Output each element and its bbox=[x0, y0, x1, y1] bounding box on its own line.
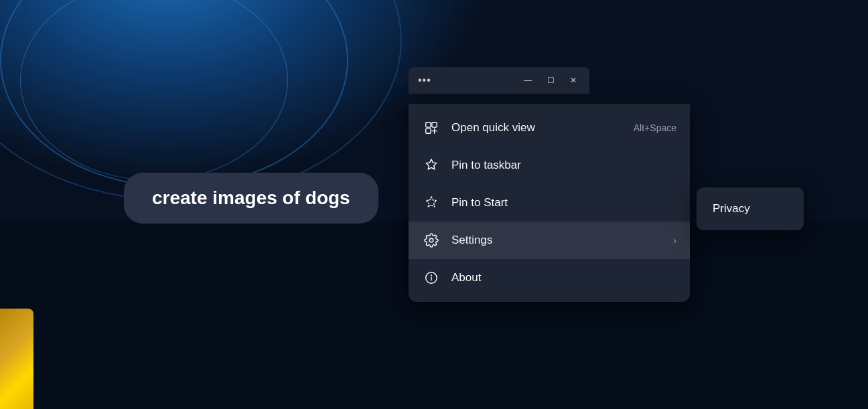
bottom-image-thumbnail bbox=[0, 309, 33, 409]
titlebar-controls: — ☐ ✕ bbox=[521, 74, 580, 87]
about-icon bbox=[422, 268, 441, 287]
quick-view-icon bbox=[422, 118, 441, 137]
settings-icon bbox=[422, 231, 441, 250]
menu-label-pin-taskbar: Pin to taskbar bbox=[451, 159, 676, 172]
search-pill: create images of dogs bbox=[124, 173, 378, 224]
menu-item-pin-start[interactable]: Pin to Start bbox=[409, 184, 690, 222]
minimize-button[interactable]: — bbox=[521, 74, 534, 87]
context-menu: Open quick view Alt+Space Pin to taskbar… bbox=[409, 104, 690, 302]
svg-rect-2 bbox=[426, 129, 431, 133]
titlebar-more-button[interactable]: ••• bbox=[418, 74, 431, 86]
svg-rect-0 bbox=[426, 122, 431, 127]
pin-start-icon bbox=[422, 193, 441, 212]
svg-point-3 bbox=[429, 238, 433, 242]
menu-label-settings: Settings bbox=[451, 234, 662, 247]
pin-taskbar-icon bbox=[422, 156, 441, 175]
search-pill-text: create images of dogs bbox=[152, 187, 350, 208]
close-button[interactable]: ✕ bbox=[567, 74, 580, 87]
menu-item-open-quick-view[interactable]: Open quick view Alt+Space bbox=[409, 109, 690, 147]
menu-item-settings[interactable]: Settings › bbox=[409, 222, 690, 259]
menu-label-about: About bbox=[451, 271, 676, 284]
maximize-button[interactable]: ☐ bbox=[544, 74, 557, 87]
svg-rect-1 bbox=[432, 122, 437, 127]
menu-item-about[interactable]: About bbox=[409, 259, 690, 297]
settings-submenu-arrow-icon: › bbox=[673, 235, 676, 246]
menu-shortcut-open-quick-view: Alt+Space bbox=[634, 122, 676, 133]
menu-label-pin-start: Pin to Start bbox=[451, 196, 676, 210]
settings-submenu: Privacy bbox=[697, 187, 804, 230]
titlebar: ••• — ☐ ✕ bbox=[409, 67, 589, 94]
menu-label-open-quick-view: Open quick view bbox=[451, 121, 623, 135]
menu-item-pin-taskbar[interactable]: Pin to taskbar bbox=[409, 147, 690, 184]
submenu-item-privacy[interactable]: Privacy bbox=[697, 193, 804, 225]
